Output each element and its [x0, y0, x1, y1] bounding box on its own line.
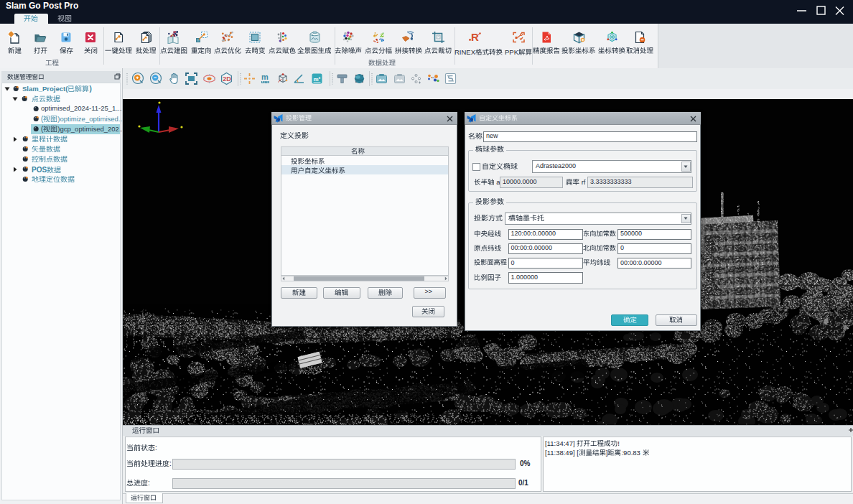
- svg-text:m: m: [261, 73, 269, 81]
- svg-text:R: R: [471, 31, 479, 43]
- svg-text:m²: m²: [314, 76, 321, 83]
- svg-text:2D: 2D: [223, 75, 231, 83]
